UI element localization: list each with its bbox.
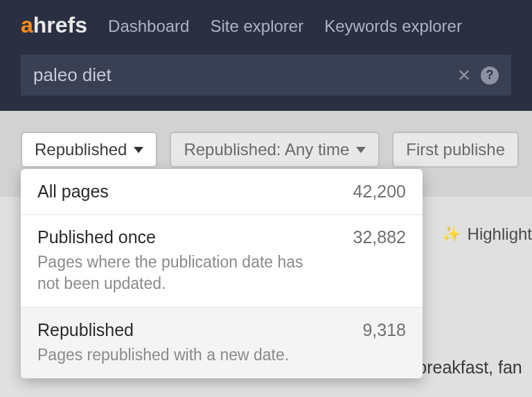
clear-icon[interactable]: ✕	[457, 66, 471, 85]
dropdown-item-published-once[interactable]: Published once 32,882 Pages where the pu…	[21, 215, 423, 308]
filters-row: Republished Republished: Any time First …	[21, 132, 511, 168]
logo[interactable]: ahrefs	[21, 12, 87, 39]
filter-first-published-button[interactable]: First publishe	[392, 132, 519, 168]
dropdown-item-republished[interactable]: Republished 9,318 Pages republished with…	[21, 308, 423, 378]
nav-keywords-explorer[interactable]: Keywords explorer	[324, 17, 462, 36]
dropdown-label: Published once	[37, 227, 156, 247]
dropdown-description: Pages republished with a new date.	[37, 344, 328, 366]
dropdown-count: 9,318	[362, 320, 406, 340]
dropdown-count: 32,882	[353, 227, 406, 247]
search-bar: ✕ ?	[21, 55, 511, 96]
sparkle-icon: ✨	[442, 225, 461, 243]
logo-prefix: a	[21, 12, 33, 37]
highlight-toggle[interactable]: ✨ Highlight	[442, 224, 532, 244]
filter-label: Republished	[35, 140, 127, 159]
chevron-down-icon	[356, 147, 366, 153]
dropdown-label: Republished	[37, 320, 134, 340]
search-input[interactable]	[33, 64, 457, 86]
filter-time-button[interactable]: Republished: Any time	[170, 132, 380, 168]
header: ahrefs Dashboard Site explorer Keywords …	[0, 0, 532, 111]
filter-republished-button[interactable]: Republished	[21, 132, 157, 168]
nav-dashboard[interactable]: Dashboard	[108, 17, 189, 36]
nav-site-explorer[interactable]: Site explorer	[210, 17, 303, 36]
dropdown-description: Pages where the publication date has not…	[37, 252, 328, 294]
filter-label: First publishe	[406, 140, 505, 159]
dropdown-label: All pages	[37, 182, 109, 202]
nav-row: ahrefs Dashboard Site explorer Keywords …	[21, 12, 511, 39]
highlight-label: Highlight	[468, 224, 532, 244]
logo-suffix: hrefs	[33, 12, 87, 37]
content-area: Republished Republished: Any time First …	[0, 111, 532, 197]
chevron-down-icon	[134, 147, 143, 153]
dropdown-count: 42,200	[353, 182, 406, 202]
help-icon[interactable]: ?	[481, 67, 499, 85]
dropdown-item-all-pages[interactable]: All pages 42,200	[21, 169, 423, 215]
filter-label: Republished: Any time	[184, 140, 349, 159]
republished-dropdown: All pages 42,200 Published once 32,882 P…	[21, 169, 423, 378]
